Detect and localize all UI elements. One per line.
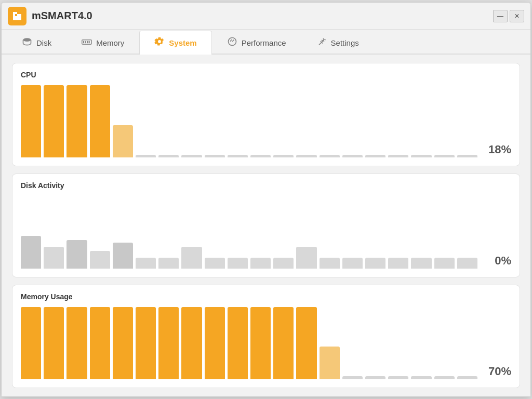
performance-icon [227, 36, 237, 49]
bar-col [434, 376, 455, 379]
bar-col [228, 307, 248, 379]
bar-col [365, 155, 385, 158]
bar-col [205, 155, 225, 158]
bar-col [457, 258, 477, 269]
bar-col [228, 155, 248, 158]
bar-col [365, 258, 385, 269]
tab-system[interactable]: System [139, 31, 211, 55]
tab-performance[interactable]: Performance [212, 31, 301, 55]
bar-col [365, 376, 385, 379]
tab-system-label: System [169, 38, 196, 47]
bar-col [250, 258, 271, 269]
bar-col [113, 125, 133, 158]
bar-col [205, 307, 225, 379]
bar-col [90, 307, 110, 379]
minimize-button[interactable]: — [493, 10, 508, 22]
tab-settings-label: Settings [331, 38, 359, 47]
bar-col [205, 258, 225, 269]
bar-col [21, 307, 41, 379]
bar-col [44, 307, 64, 379]
settings-icon [316, 36, 327, 49]
bar-col [136, 258, 156, 269]
svg-rect-4 [87, 41, 88, 43]
bar-col [250, 155, 271, 158]
bar-col [434, 258, 455, 269]
bar-col [411, 155, 431, 158]
bar-col [320, 155, 340, 158]
memory-title: Memory Usage [21, 292, 511, 301]
main-window: mSMART4.0 — ✕ Disk Memory System [1, 2, 531, 397]
bar-col [457, 155, 477, 158]
memory-percentage: 70% [480, 365, 511, 379]
bar-col [66, 240, 87, 268]
bar-col [273, 258, 294, 269]
app-logo [8, 7, 26, 25]
bar-col [296, 155, 316, 158]
svg-rect-3 [85, 41, 86, 43]
bar-col [21, 85, 41, 157]
bar-col [388, 155, 408, 158]
bar-col [250, 307, 271, 379]
cpu-bars [21, 85, 477, 157]
bar-col [181, 307, 202, 379]
bar-col [411, 376, 431, 379]
bar-col [113, 307, 133, 379]
bar-col [273, 307, 294, 379]
cpu-percentage: 18% [480, 143, 511, 157]
bar-col [228, 258, 248, 269]
bar-col [158, 155, 179, 158]
svg-point-0 [23, 38, 31, 42]
bar-col [342, 258, 363, 269]
title-bar: mSMART4.0 — ✕ [2, 3, 530, 30]
bar-col [21, 236, 41, 269]
bar-col [66, 307, 87, 379]
bar-col [434, 155, 455, 158]
bar-col [90, 251, 110, 268]
title-left: mSMART4.0 [8, 7, 92, 25]
system-icon [154, 36, 165, 49]
bar-col [136, 307, 156, 379]
content-area: CPU 18% Disk Activity 0% Memory Usage [2, 55, 530, 396]
bar-col [457, 376, 477, 379]
disk-icon [22, 36, 32, 49]
tab-disk-label: Disk [36, 38, 51, 47]
tab-bar: Disk Memory System Performance Settings [2, 30, 530, 55]
bar-col [44, 247, 64, 269]
disk-chart: 0% [21, 196, 511, 268]
memory-panel: Memory Usage 70% [12, 285, 520, 388]
bar-col [411, 258, 431, 269]
bar-col [158, 258, 179, 269]
tab-settings[interactable]: Settings [301, 31, 374, 55]
bar-col [296, 247, 316, 269]
bar-col [44, 85, 64, 157]
bar-col [342, 376, 363, 379]
disk-percentage: 0% [480, 254, 511, 269]
bar-col [113, 243, 133, 269]
logo-icon [11, 10, 23, 22]
bar-col [342, 155, 363, 158]
bar-col [273, 155, 294, 158]
disk-title: Disk Activity [21, 181, 511, 190]
tab-memory[interactable]: Memory [66, 31, 139, 55]
memory-bars [21, 307, 477, 379]
bar-col [90, 85, 110, 157]
bar-col [66, 85, 87, 157]
bar-col [388, 376, 408, 379]
tab-disk[interactable]: Disk [7, 31, 66, 55]
app-title: mSMART4.0 [32, 10, 92, 22]
svg-rect-5 [89, 41, 90, 43]
bar-col [181, 247, 202, 269]
tab-performance-label: Performance [242, 38, 286, 47]
window-controls: — ✕ [493, 10, 524, 22]
bar-col [320, 258, 340, 269]
bar-col [181, 155, 202, 158]
disk-bars [21, 196, 477, 268]
memory-chart: 70% [21, 307, 511, 379]
cpu-title: CPU [21, 71, 511, 79]
disk-panel: Disk Activity 0% [12, 174, 520, 277]
close-button[interactable]: ✕ [510, 10, 524, 22]
memory-icon [82, 37, 92, 48]
bar-col [320, 347, 340, 379]
bar-col [296, 307, 316, 379]
bar-col [388, 258, 408, 269]
